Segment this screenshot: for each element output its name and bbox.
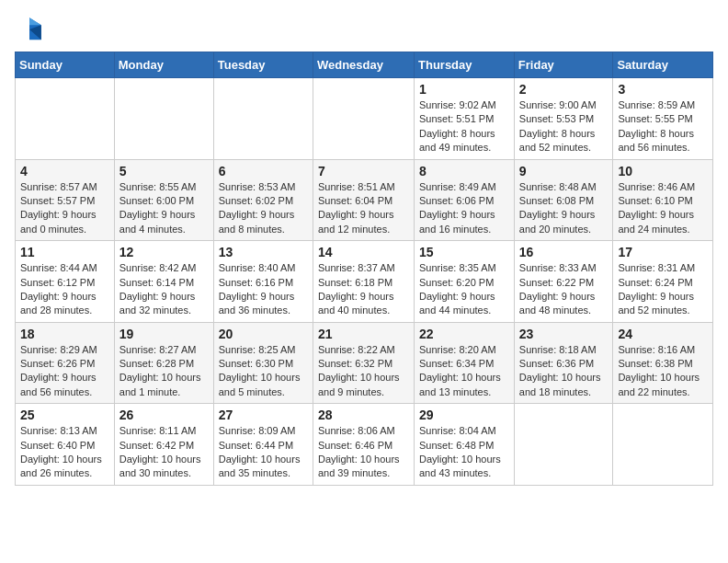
calendar-cell: 3Sunrise: 8:59 AM Sunset: 5:55 PM Daylig… — [613, 78, 713, 160]
day-info: Sunrise: 8:49 AM Sunset: 6:06 PM Dayligh… — [419, 180, 509, 237]
weekday-header: Monday — [114, 52, 213, 78]
day-info: Sunrise: 9:02 AM Sunset: 5:51 PM Dayligh… — [419, 98, 509, 155]
day-number: 27 — [219, 408, 308, 422]
day-number: 9 — [519, 164, 609, 178]
day-number: 13 — [219, 245, 308, 259]
page-header — [15, 15, 713, 44]
day-info: Sunrise: 8:48 AM Sunset: 6:08 PM Dayligh… — [519, 180, 609, 237]
calendar-week-row: 1Sunrise: 9:02 AM Sunset: 5:51 PM Daylig… — [16, 78, 713, 160]
weekday-header: Friday — [514, 52, 613, 78]
day-number: 18 — [20, 327, 109, 341]
calendar-week-row: 4Sunrise: 8:57 AM Sunset: 5:57 PM Daylig… — [16, 159, 713, 241]
calendar-cell — [613, 404, 713, 486]
calendar-week-row: 25Sunrise: 8:13 AM Sunset: 6:40 PM Dayli… — [16, 404, 713, 486]
calendar-cell: 6Sunrise: 8:53 AM Sunset: 6:02 PM Daylig… — [213, 159, 313, 241]
day-info: Sunrise: 8:13 AM Sunset: 6:40 PM Dayligh… — [20, 424, 109, 481]
day-number: 3 — [618, 82, 708, 97]
day-number: 17 — [618, 245, 708, 259]
day-number: 1 — [419, 82, 509, 97]
day-number: 21 — [318, 327, 409, 341]
day-info: Sunrise: 8:04 AM Sunset: 6:48 PM Dayligh… — [419, 424, 509, 481]
day-number: 10 — [618, 164, 708, 178]
day-number: 4 — [20, 164, 109, 178]
day-number: 6 — [219, 164, 308, 178]
day-number: 25 — [20, 408, 109, 422]
calendar-week-row: 11Sunrise: 8:44 AM Sunset: 6:12 PM Dayli… — [16, 241, 713, 323]
day-info: Sunrise: 8:22 AM Sunset: 6:32 PM Dayligh… — [318, 343, 409, 400]
day-number: 11 — [20, 245, 109, 259]
day-number: 16 — [519, 245, 609, 259]
day-number: 14 — [318, 245, 409, 259]
day-info: Sunrise: 8:11 AM Sunset: 6:42 PM Dayligh… — [119, 424, 209, 481]
day-number: 15 — [419, 245, 509, 259]
calendar-cell: 29Sunrise: 8:04 AM Sunset: 6:48 PM Dayli… — [415, 404, 515, 486]
calendar-cell: 15Sunrise: 8:35 AM Sunset: 6:20 PM Dayli… — [415, 241, 515, 323]
day-info: Sunrise: 8:33 AM Sunset: 6:22 PM Dayligh… — [519, 261, 609, 318]
day-info: Sunrise: 8:18 AM Sunset: 6:36 PM Dayligh… — [519, 343, 609, 400]
day-info: Sunrise: 8:40 AM Sunset: 6:16 PM Dayligh… — [219, 261, 308, 318]
day-info: Sunrise: 8:53 AM Sunset: 6:02 PM Dayligh… — [219, 180, 308, 237]
calendar-cell: 9Sunrise: 8:48 AM Sunset: 6:08 PM Daylig… — [514, 159, 613, 241]
weekday-header: Sunday — [16, 52, 115, 78]
day-number: 2 — [519, 82, 609, 97]
day-info: Sunrise: 9:00 AM Sunset: 5:53 PM Dayligh… — [519, 98, 609, 155]
calendar-cell: 17Sunrise: 8:31 AM Sunset: 6:24 PM Dayli… — [613, 241, 713, 323]
svg-marker-1 — [29, 17, 41, 25]
calendar-cell — [114, 78, 213, 160]
calendar-cell: 13Sunrise: 8:40 AM Sunset: 6:16 PM Dayli… — [213, 241, 313, 323]
day-number: 19 — [119, 327, 209, 341]
calendar-cell: 8Sunrise: 8:49 AM Sunset: 6:06 PM Daylig… — [415, 159, 515, 241]
calendar-cell: 11Sunrise: 8:44 AM Sunset: 6:12 PM Dayli… — [16, 241, 115, 323]
calendar-cell: 22Sunrise: 8:20 AM Sunset: 6:34 PM Dayli… — [415, 322, 515, 404]
calendar-cell: 12Sunrise: 8:42 AM Sunset: 6:14 PM Dayli… — [114, 241, 213, 323]
day-number: 8 — [419, 164, 509, 178]
calendar-cell: 21Sunrise: 8:22 AM Sunset: 6:32 PM Dayli… — [313, 322, 414, 404]
weekday-header: Saturday — [613, 52, 713, 78]
day-info: Sunrise: 8:25 AM Sunset: 6:30 PM Dayligh… — [219, 343, 308, 400]
calendar-cell: 7Sunrise: 8:51 AM Sunset: 6:04 PM Daylig… — [313, 159, 414, 241]
calendar-cell: 18Sunrise: 8:29 AM Sunset: 6:26 PM Dayli… — [16, 322, 115, 404]
day-info: Sunrise: 8:57 AM Sunset: 5:57 PM Dayligh… — [20, 180, 109, 237]
day-number: 12 — [119, 245, 209, 259]
day-number: 7 — [318, 164, 409, 178]
calendar-cell — [213, 78, 313, 160]
day-info: Sunrise: 8:42 AM Sunset: 6:14 PM Dayligh… — [119, 261, 209, 318]
calendar-cell: 14Sunrise: 8:37 AM Sunset: 6:18 PM Dayli… — [313, 241, 414, 323]
day-number: 29 — [419, 408, 509, 422]
day-info: Sunrise: 8:55 AM Sunset: 6:00 PM Dayligh… — [119, 180, 209, 237]
weekday-header: Wednesday — [313, 52, 414, 78]
day-info: Sunrise: 8:44 AM Sunset: 6:12 PM Dayligh… — [20, 261, 109, 318]
day-info: Sunrise: 8:37 AM Sunset: 6:18 PM Dayligh… — [318, 261, 409, 318]
day-info: Sunrise: 8:59 AM Sunset: 5:55 PM Dayligh… — [618, 98, 708, 155]
calendar-cell: 28Sunrise: 8:06 AM Sunset: 6:46 PM Dayli… — [313, 404, 414, 486]
day-info: Sunrise: 8:29 AM Sunset: 6:26 PM Dayligh… — [20, 343, 109, 400]
calendar-cell: 27Sunrise: 8:09 AM Sunset: 6:44 PM Dayli… — [213, 404, 313, 486]
calendar-cell: 23Sunrise: 8:18 AM Sunset: 6:36 PM Dayli… — [514, 322, 613, 404]
calendar-cell — [16, 78, 115, 160]
day-number: 26 — [119, 408, 209, 422]
day-number: 24 — [618, 327, 708, 341]
calendar-cell: 10Sunrise: 8:46 AM Sunset: 6:10 PM Dayli… — [613, 159, 713, 241]
logo-icon — [15, 15, 44, 44]
weekday-header: Tuesday — [213, 52, 313, 78]
day-info: Sunrise: 8:31 AM Sunset: 6:24 PM Dayligh… — [618, 261, 708, 318]
calendar-header-row: SundayMondayTuesdayWednesdayThursdayFrid… — [16, 52, 713, 78]
day-info: Sunrise: 8:46 AM Sunset: 6:10 PM Dayligh… — [618, 180, 708, 237]
weekday-header: Thursday — [415, 52, 515, 78]
logo — [15, 15, 48, 44]
calendar-cell: 24Sunrise: 8:16 AM Sunset: 6:38 PM Dayli… — [613, 322, 713, 404]
calendar-cell: 1Sunrise: 9:02 AM Sunset: 5:51 PM Daylig… — [415, 78, 515, 160]
day-number: 22 — [419, 327, 509, 341]
day-info: Sunrise: 8:35 AM Sunset: 6:20 PM Dayligh… — [419, 261, 509, 318]
calendar-cell: 25Sunrise: 8:13 AM Sunset: 6:40 PM Dayli… — [16, 404, 115, 486]
day-info: Sunrise: 8:27 AM Sunset: 6:28 PM Dayligh… — [119, 343, 209, 400]
calendar-table: SundayMondayTuesdayWednesdayThursdayFrid… — [15, 52, 713, 486]
calendar-cell: 19Sunrise: 8:27 AM Sunset: 6:28 PM Dayli… — [114, 322, 213, 404]
day-info: Sunrise: 8:16 AM Sunset: 6:38 PM Dayligh… — [618, 343, 708, 400]
calendar-cell: 20Sunrise: 8:25 AM Sunset: 6:30 PM Dayli… — [213, 322, 313, 404]
calendar-cell — [313, 78, 414, 160]
day-info: Sunrise: 8:09 AM Sunset: 6:44 PM Dayligh… — [219, 424, 308, 481]
day-number: 28 — [318, 408, 409, 422]
calendar-cell: 5Sunrise: 8:55 AM Sunset: 6:00 PM Daylig… — [114, 159, 213, 241]
day-info: Sunrise: 8:20 AM Sunset: 6:34 PM Dayligh… — [419, 343, 509, 400]
